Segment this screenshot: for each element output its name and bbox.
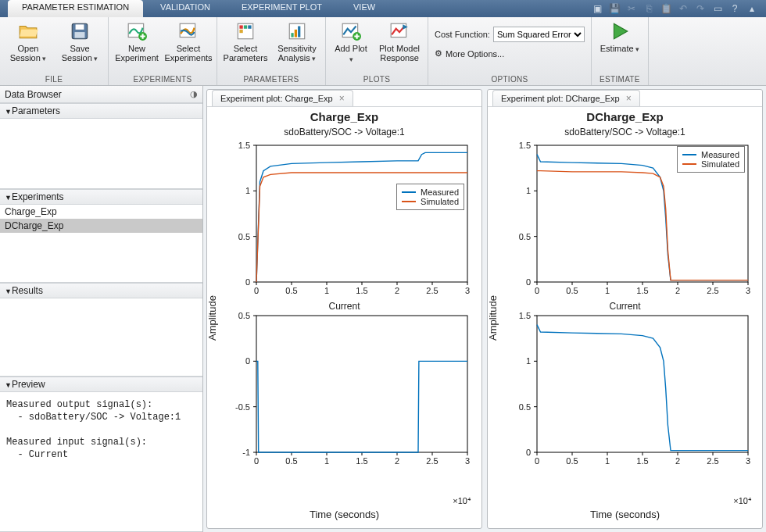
tab-parameter-estimation[interactable]: PARAMETER ESTIMATION — [8, 0, 143, 17]
ribbon-group-file: Open Session Save Session FILE — [0, 17, 109, 85]
plot-tab[interactable]: Experiment plot: Charge_Exp × — [212, 90, 353, 106]
chart-subtitle: Current — [207, 298, 481, 312]
svg-text:2.5: 2.5 — [426, 456, 438, 464]
plot-model-response-button[interactable]: Plot Model Response — [378, 20, 421, 62]
cost-function-select[interactable]: Sum Squared Error — [493, 27, 585, 42]
qat-minimize-ribbon-icon[interactable]: ▴ — [746, 2, 758, 15]
new-experiment-button[interactable]: New Experiment — [115, 20, 159, 62]
plot-canvas[interactable]: Charge_Exp sdoBattery/SOC -> Voltage:1 A… — [207, 107, 481, 528]
ribbon-group-title: FILE — [6, 73, 102, 85]
panel-menu-icon[interactable]: ◑ — [190, 89, 198, 99]
new-experiment-icon — [126, 20, 148, 42]
svg-text:0.5: 0.5 — [566, 456, 578, 464]
svg-text:0: 0 — [254, 286, 259, 294]
svg-text:1.5: 1.5 — [636, 286, 648, 294]
svg-text:2: 2 — [395, 456, 399, 464]
svg-text:1: 1 — [526, 186, 531, 195]
svg-text:0: 0 — [245, 356, 250, 366]
results-section-header[interactable]: Results — [0, 283, 202, 298]
svg-text:0.5: 0.5 — [285, 286, 297, 294]
main-tabstrip: PARAMETER ESTIMATION VALIDATION EXPERIME… — [0, 0, 766, 17]
chart-subtitle: sdoBattery/SOC -> Voltage:1 — [207, 123, 481, 137]
preview-text: Measured output signal(s): - sdoBattery/… — [0, 392, 202, 532]
sensitivity-icon — [286, 20, 308, 42]
svg-rect-18 — [256, 145, 467, 282]
svg-rect-10 — [239, 30, 242, 33]
chart-legend: Measured Simulated — [677, 146, 745, 173]
ribbon-group-estimate: Estimate ESTIMATE — [592, 17, 649, 85]
qat-undo-icon[interactable]: ↶ — [677, 2, 689, 15]
svg-text:2.5: 2.5 — [707, 286, 718, 294]
experiments-section-header[interactable]: Experiments — [0, 189, 202, 205]
qat-copy-icon[interactable]: ⎘ — [643, 2, 655, 15]
parameters-list[interactable] — [0, 119, 202, 189]
qat-cut-icon[interactable]: ✂ — [625, 2, 638, 15]
experiments-list: Charge_Exp DCharge_Exp — [0, 205, 202, 283]
svg-text:0.5: 0.5 — [285, 456, 297, 464]
results-list[interactable] — [0, 298, 202, 377]
chart-title: Charge_Exp — [207, 107, 481, 123]
svg-rect-8 — [244, 25, 247, 28]
svg-text:2: 2 — [395, 286, 399, 294]
svg-text:1: 1 — [245, 186, 250, 195]
close-icon[interactable]: × — [626, 93, 632, 104]
more-options-button[interactable]: ⚙ More Options... — [435, 48, 585, 59]
plot-tab[interactable]: Experiment plot: DCharge_Exp × — [492, 90, 640, 106]
tab-view[interactable]: VIEW — [339, 0, 389, 17]
qat-redo-icon[interactable]: ↷ — [694, 2, 707, 15]
svg-text:1.5: 1.5 — [519, 141, 531, 150]
ribbon-group-options: Cost Function: Sum Squared Error ⚙ More … — [428, 17, 592, 85]
svg-text:3: 3 — [746, 286, 750, 294]
svg-text:0.5: 0.5 — [566, 286, 578, 294]
cost-function-label: Cost Function: — [435, 30, 490, 39]
save-session-button[interactable]: Save Session — [58, 20, 102, 63]
svg-text:1: 1 — [324, 456, 329, 464]
ribbon-group-title: PLOTS — [332, 73, 421, 85]
data-browser-panel: Data Browser ◑ Parameters Experiments Ch… — [0, 86, 203, 532]
add-plot-button[interactable]: Add Plot — [332, 20, 370, 64]
qat-paste-icon[interactable]: 📋 — [660, 2, 672, 15]
svg-rect-13 — [295, 30, 297, 37]
plot-canvas[interactable]: DCharge_Exp sdoBattery/SOC -> Voltage:1 … — [488, 107, 762, 528]
svg-rect-1 — [76, 24, 84, 29]
list-item[interactable]: DCharge_Exp — [0, 219, 202, 233]
estimate-button[interactable]: Estimate — [598, 20, 642, 54]
chart-current: 00.511.522.5300.511.5 — [510, 312, 766, 464]
select-experiments-button[interactable]: Select Experiments — [166, 20, 210, 62]
svg-text:-0.5: -0.5 — [235, 402, 250, 412]
svg-text:0: 0 — [526, 448, 531, 457]
tab-validation[interactable]: VALIDATION — [146, 0, 224, 17]
svg-text:0: 0 — [526, 277, 531, 287]
svg-text:0.5: 0.5 — [519, 402, 531, 412]
plot-pane-charge: Experiment plot: Charge_Exp × Charge_Exp… — [206, 89, 482, 529]
svg-text:0.5: 0.5 — [238, 232, 250, 241]
parameters-section-header[interactable]: Parameters — [0, 103, 202, 119]
svg-text:2: 2 — [675, 286, 680, 294]
chart-voltage: 00.511.522.5300.511.5 — [229, 141, 487, 294]
ribbon-group-title: EXPERIMENTS — [115, 73, 210, 85]
qat-help-icon[interactable]: ? — [728, 2, 741, 15]
open-session-button[interactable]: Open Session — [6, 20, 50, 63]
preview-section-header[interactable]: Preview — [0, 377, 202, 392]
gear-icon: ⚙ — [435, 48, 442, 59]
svg-text:3: 3 — [746, 456, 750, 464]
close-icon[interactable]: × — [339, 93, 345, 104]
quick-access-toolbar: ▣ 💾 ✂ ⎘ 📋 ↶ ↷ ▭ ? ▴ — [591, 0, 766, 17]
list-item[interactable]: Charge_Exp — [0, 205, 202, 219]
svg-rect-12 — [291, 33, 293, 37]
plot-area: Experiment plot: Charge_Exp × Charge_Exp… — [203, 86, 766, 532]
qat-shortcut-icon[interactable]: ▣ — [591, 2, 603, 15]
qat-layout-icon[interactable]: ▭ — [711, 2, 724, 15]
sensitivity-analysis-button[interactable]: Sensitivity Analysis — [275, 20, 319, 63]
svg-text:0.5: 0.5 — [519, 232, 531, 241]
ribbon-group-title: PARAMETERS — [224, 73, 319, 85]
select-parameters-button[interactable]: Select Parameters — [224, 20, 267, 62]
chart-subtitle: Current — [488, 298, 762, 312]
plot-pane-dcharge: Experiment plot: DCharge_Exp × DCharge_E… — [487, 89, 763, 529]
chart-current: 00.511.522.53-1-0.500.5 — [229, 312, 487, 464]
tab-experiment-plot[interactable]: EXPERIMENT PLOT — [227, 0, 336, 17]
qat-save-icon[interactable]: 💾 — [608, 2, 621, 15]
svg-text:1.5: 1.5 — [356, 286, 367, 294]
svg-text:1: 1 — [526, 356, 531, 366]
svg-text:0: 0 — [535, 456, 539, 464]
